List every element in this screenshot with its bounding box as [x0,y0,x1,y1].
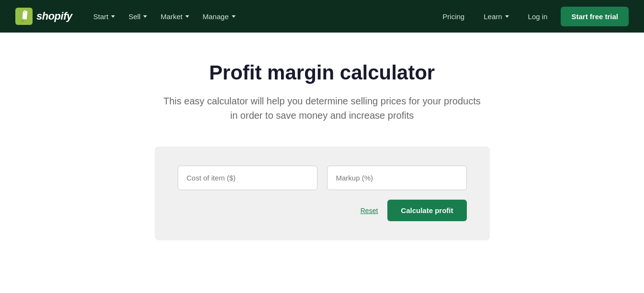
cost-of-item-input[interactable] [178,166,317,190]
calculator-inputs [178,166,467,190]
nav-links: Start Sell Market Manage [88,10,241,23]
nav-link-start[interactable]: Start [88,10,121,23]
chevron-icon [185,15,189,18]
chevron-icon [232,15,236,18]
nav-link-login[interactable]: Log in [522,10,554,23]
main-content: Profit margin calculator This easy calcu… [0,33,644,259]
nav-link-market[interactable]: Market [155,10,195,23]
nav-link-sell[interactable]: Sell [123,10,153,23]
chevron-icon [111,15,115,18]
calculate-profit-button[interactable]: Calculate profit [387,200,466,221]
page-title: Profit margin calculator [209,61,435,84]
logo-text: shopify [36,10,72,23]
nav-link-learn[interactable]: Learn [478,10,514,23]
chevron-icon [143,15,147,18]
chevron-icon [505,15,509,18]
start-free-trial-button[interactable]: Start free trial [561,7,629,26]
reset-button[interactable]: Reset [361,207,378,214]
nav-right: Pricing Learn Log in Start free trial [437,7,629,26]
logo[interactable]: shopify [15,8,72,25]
nav-link-manage[interactable]: Manage [197,10,241,23]
nav-left: shopify Start Sell Market Manage [15,8,241,25]
calculator-card: Reset Calculate profit [155,146,490,240]
calculator-actions: Reset Calculate profit [178,200,467,221]
navbar: shopify Start Sell Market Manage Pricing [0,0,644,33]
markup-input[interactable] [327,166,467,190]
shopify-logo-icon [15,8,33,25]
nav-link-pricing[interactable]: Pricing [437,10,470,23]
page-subtitle: This easy calculator will help you deter… [159,94,485,123]
